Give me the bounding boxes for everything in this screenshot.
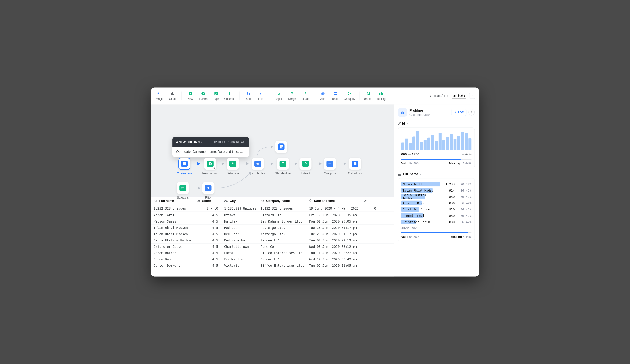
freq-row[interactable]: Talan Rhiel Madsen 914 16.42%: [401, 188, 471, 193]
histogram-bar[interactable]: [409, 144, 412, 150]
table-row[interactable]: Ruben Donin4.5FredrictonBarone LLC.Wed 1…: [151, 256, 394, 262]
toolbar-unnest[interactable]: {.} Unnest: [364, 91, 373, 101]
table-row[interactable]: Talan Rhiel Madsen4.5Red DeerAbstergo Lt…: [151, 225, 394, 231]
toolbar-columns[interactable]: Columns: [224, 91, 235, 101]
column-header[interactable]: AaFull name: [151, 199, 195, 202]
svg-rect-10: [334, 92, 337, 93]
table-row[interactable]: Carla Ekstrom Bothman4.5Medicine HatBaro…: [151, 237, 394, 244]
toolbar-new[interactable]: New: [186, 91, 195, 101]
histogram-bar[interactable]: [450, 134, 453, 150]
histogram-bar[interactable]: [461, 132, 464, 150]
node-std[interactable]: T Standardize: [275, 158, 291, 175]
node-datatype[interactable]: # Data type: [226, 158, 239, 175]
node-csvexport[interactable]: CSV: [275, 141, 287, 153]
histogram-bar[interactable]: [442, 140, 446, 150]
freq-row[interactable]: Abram Torff 1,233 20.18%: [401, 182, 471, 186]
histogram-view-switch[interactable]: [462, 154, 471, 155]
freq-row[interactable]: Cristofer Gouse 830 56.42%: [401, 207, 471, 212]
histogram-bar[interactable]: [428, 138, 430, 150]
toolbar-union[interactable]: Union: [331, 91, 340, 101]
branch-icon: if: [200, 91, 206, 96]
toolbar-split[interactable]: Split: [274, 91, 284, 101]
histogram-bar[interactable]: [435, 141, 438, 150]
export-pdf-button[interactable]: PDF: [451, 109, 466, 116]
histogram-bar[interactable]: [416, 131, 419, 150]
toolbar-type[interactable]: # Type: [211, 91, 221, 101]
id-histogram[interactable]: [401, 131, 471, 150]
node-sales[interactable]: Sales.xls: [177, 182, 189, 199]
name-valid-bar: [401, 232, 471, 233]
histogram-bar[interactable]: [401, 142, 404, 150]
node-customers[interactable]: CSV Customers: [177, 158, 192, 175]
toolbar-join[interactable]: Join: [318, 91, 328, 101]
node-output[interactable]: CSV Output.csv: [348, 158, 362, 175]
csv-icon: CSV: [352, 161, 358, 167]
node-extract[interactable]: Extract: [299, 158, 312, 175]
column-header[interactable]: .#Score: [195, 199, 222, 202]
toolbar-extract[interactable]: Extract: [300, 91, 310, 101]
download-icon: [454, 111, 456, 114]
help-button[interactable]: ?: [468, 109, 474, 115]
stack-icon: [333, 91, 338, 96]
svg-rect-38: [328, 164, 331, 165]
run-button[interactable]: [469, 93, 475, 99]
table-row[interactable]: Abram Torff4.5OttawaBinford Ltd.Fri 19 J…: [151, 212, 394, 218]
histogram-bar[interactable]: [464, 133, 468, 150]
histogram-bar[interactable]: [431, 135, 434, 150]
toolbar-if-then[interactable]: if If..then: [198, 91, 208, 101]
chevron-right-icon: ›: [406, 122, 408, 125]
histogram-bar[interactable]: [468, 138, 471, 150]
toolbar-magic[interactable]: ⌄ Magic: [155, 91, 164, 101]
node-label: New column: [202, 172, 218, 175]
group-icon: [347, 91, 352, 96]
node-join[interactable]: Join tables: [251, 158, 265, 175]
column-header[interactable]: Date and time: [307, 199, 362, 202]
venn-icon: [254, 161, 261, 167]
table-row[interactable]: Abram Botosh4.5LavalBiffco Enterprises L…: [151, 250, 394, 256]
field-header-id[interactable]: .# Id ›: [398, 122, 474, 125]
svg-text:#: #: [232, 162, 234, 166]
tab-transform[interactable]: Transform: [428, 93, 449, 99]
tab-stats[interactable]: Stats: [452, 92, 466, 99]
node-label: Group by: [324, 172, 336, 175]
column-header[interactable]: .#: [362, 199, 380, 202]
histogram-bar[interactable]: [412, 137, 416, 150]
fullname-card: Abram Torff 1,233 20.18%Talan Rhiel Mads…: [398, 178, 474, 241]
hash-box-icon: #: [213, 91, 219, 96]
node-filter[interactable]: Filter: [202, 182, 214, 199]
show-more-button[interactable]: Show more ⌄: [401, 226, 471, 229]
node-label: Sales.xls: [177, 196, 188, 199]
column-header[interactable]: AaCity: [222, 199, 258, 202]
csv-icon: CSV: [181, 161, 188, 167]
table-row[interactable]: Cristofer Gouse4.5CharlottetownAcme Co.W…: [151, 244, 394, 250]
toolbar-group-by[interactable]: Group by: [344, 91, 355, 101]
tooltip-meta: 12 COLS, 123K ROWS: [214, 140, 245, 144]
histogram-bar[interactable]: [457, 136, 460, 150]
toolbar-merge[interactable]: Merge: [287, 91, 297, 101]
table-row[interactable]: Carter Dorwart4.5VictoriaBiffco Enterpri…: [151, 262, 394, 269]
histogram-bar[interactable]: [424, 140, 427, 150]
table-row[interactable]: Talan Rhiel Madsen4.5Red DeerAbstergo Lt…: [151, 231, 394, 237]
histogram-bar[interactable]: [454, 139, 456, 150]
toolbar-sort[interactable]: Sort: [244, 91, 253, 101]
node-groupby[interactable]: Group by: [324, 158, 336, 175]
field-header-fullname[interactable]: Aa Full name ›: [398, 173, 474, 176]
histogram-bar[interactable]: [438, 133, 442, 150]
column-stats: 0 - 10: [195, 206, 222, 210]
group-rows-icon: [326, 161, 333, 167]
freq-row[interactable]: Carla Ekstrom Bothman 830 56.42%: [401, 194, 471, 199]
toolbar-rolling[interactable]: Rolling: [376, 91, 386, 101]
column-header[interactable]: AaCompany name: [258, 199, 307, 202]
pipeline-canvas[interactable]: 4 NEW COLUMNS 12 COLS, 123K ROWS Oder da…: [151, 104, 394, 196]
freq-row[interactable]: Alfredo Dias 830 56.42%: [401, 201, 471, 205]
histogram-bar[interactable]: [405, 139, 408, 150]
kebab-icon: ⋮: [392, 93, 397, 98]
toolbar-filter[interactable]: ⌄ Filter: [256, 91, 266, 101]
freq-row[interactable]: Lincoln Levin 830 56.42%: [401, 213, 471, 218]
histogram-bar[interactable]: [420, 142, 423, 150]
toolbar-more[interactable]: ⋮: [389, 93, 399, 99]
freq-row[interactable]: Cristofer Donin 830 56.42%: [401, 219, 471, 224]
toolbar-chart[interactable]: Chart: [168, 91, 177, 101]
table-row[interactable]: Wilson Saris4.5HalifaxBig Kahuna Burger …: [151, 218, 394, 224]
histogram-bar[interactable]: [446, 137, 449, 150]
